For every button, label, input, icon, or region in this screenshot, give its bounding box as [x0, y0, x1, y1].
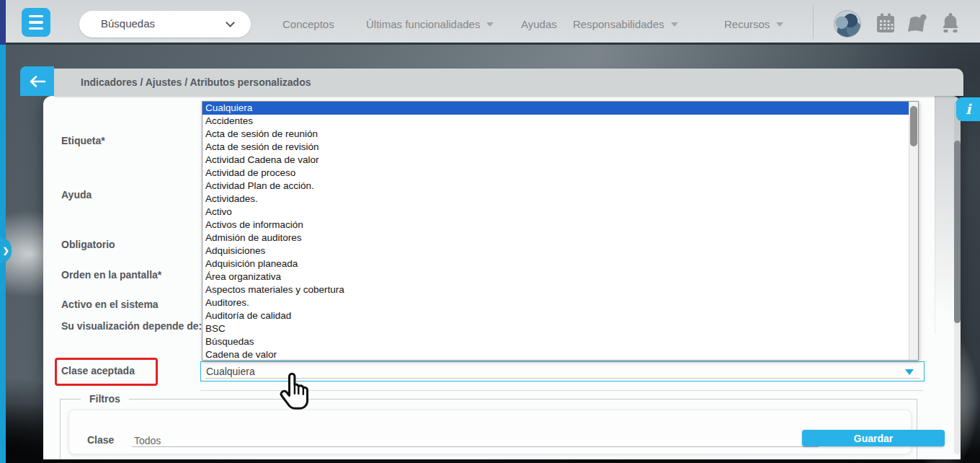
search-dropdown-value: Búsquedas: [101, 17, 155, 30]
page-scrollbar-thumb[interactable]: [954, 141, 961, 323]
navbar-menu-item-label: Recursos: [724, 18, 770, 30]
dropdown-option[interactable]: Aspectos materiales y cobertura: [202, 283, 918, 296]
user-avatar[interactable]: [834, 10, 861, 38]
dropdown-option[interactable]: Adquisición planeada: [202, 257, 918, 270]
dropdown-option[interactable]: Acta de sesión de reunión: [202, 128, 918, 141]
dropdown-option[interactable]: Auditoría de calidad: [202, 309, 918, 322]
clase-filter-underline: [132, 446, 819, 447]
dropdown-option[interactable]: Actividad de proceso: [202, 167, 918, 180]
navbar-divider: [813, 6, 814, 39]
navbar-menu-item[interactable]: Últimas funcionalidades: [366, 18, 494, 30]
form-row-underline: [200, 390, 923, 391]
dropdown-option[interactable]: Adquisiciones: [202, 244, 918, 257]
clase-aceptada-label: Clase aceptada: [61, 365, 135, 376]
dropdown-option[interactable]: Activo: [202, 206, 918, 219]
clase-filter-label: Clase: [87, 434, 114, 446]
chevron-right-icon: ❯: [2, 246, 9, 255]
dropdown-option[interactable]: Cadena de valor: [202, 348, 918, 361]
dropdown-option[interactable]: Actividad Cadena de valor: [202, 154, 918, 167]
dropdown-option[interactable]: BSC: [202, 322, 918, 335]
left-edge-strip-top: [0, 0, 6, 45]
calendar-icon[interactable]: [876, 13, 895, 33]
navbar-menu-item[interactable]: Conceptos: [282, 18, 334, 30]
dropdown-option[interactable]: Actividades.: [202, 193, 918, 206]
expand-panel-tab[interactable]: ❯: [0, 237, 12, 263]
breadcrumb-bar: Indicadores / Ajustes / Atributos person…: [54, 69, 963, 96]
clase-aceptada-select-value: Cualquiera: [206, 366, 255, 377]
navbar-menu-item[interactable]: Responsabilidades: [573, 18, 678, 30]
navbar-menu-item-label: Conceptos: [282, 18, 334, 30]
arrow-left-icon: [29, 75, 46, 88]
chevron-down-icon: [671, 22, 678, 27]
back-button[interactable]: [20, 66, 54, 96]
form-field-label: Activo en el sistema: [61, 299, 159, 310]
app-viewport: Búsquedas Conceptos Últimas funcionalida…: [0, 0, 980, 463]
chevron-down-icon: [226, 18, 235, 27]
navbar-menu-item-label: Responsabilidades: [573, 18, 664, 30]
navbar-menu-item-label: Últimas funcionalidades: [366, 18, 480, 30]
clase-aceptada-select[interactable]: Cualquiera: [200, 361, 925, 382]
form-field-label: Obligatorio: [61, 239, 115, 250]
dropdown-option[interactable]: Activos de información: [202, 219, 918, 232]
top-navbar: Búsquedas Conceptos Últimas funcionalida…: [0, 0, 980, 45]
select-caret-icon: [905, 369, 914, 375]
dropdown-option[interactable]: Accidentes: [202, 115, 918, 128]
menu-icon: [29, 15, 43, 18]
form-field-label: Etiqueta*: [61, 135, 105, 146]
bell-icon[interactable]: [941, 12, 960, 33]
chevron-down-icon: [486, 22, 494, 27]
dropdown-option[interactable]: Cualquiera: [202, 102, 918, 115]
dropdown-option[interactable]: Actividad Plan de acción.: [202, 180, 918, 193]
form-field-label: Su visualización depende de:: [61, 320, 202, 332]
navbar-menu-item[interactable]: Ayudas: [521, 18, 557, 30]
form-field-label: Ayuda: [61, 189, 92, 200]
chevron-down-icon: [776, 22, 783, 27]
save-button[interactable]: Guardar: [802, 430, 945, 446]
info-tab-button[interactable]: i: [956, 97, 980, 121]
filters-legend: Filtros: [81, 393, 129, 405]
navbar-menu-item[interactable]: Recursos: [724, 18, 783, 30]
dropdown-option[interactable]: Admisión de auditores: [202, 232, 918, 244]
class-dropdown-list: Cualquiera Accidentes Acta de sesión de …: [202, 101, 919, 361]
hamburger-menu-button[interactable]: [22, 8, 50, 37]
navbar-menu-item-label: Ayudas: [521, 18, 557, 30]
search-dropdown[interactable]: Búsquedas: [79, 11, 251, 38]
dropdown-option[interactable]: Área organizativa: [202, 270, 918, 283]
clase-filter-select[interactable]: Todos: [134, 435, 161, 446]
filters-panel: Clase Todos: [68, 410, 912, 454]
dropdown-scrollbar-thumb[interactable]: [910, 106, 917, 146]
dropdown-option[interactable]: Auditores.: [202, 296, 918, 309]
book-icon[interactable]: [905, 13, 928, 33]
dropdown-option[interactable]: Acta de sesión de revisión: [202, 141, 918, 154]
info-icon: i: [966, 101, 971, 117]
dropdown-option[interactable]: Búsquedas: [202, 335, 918, 348]
form-field-label: Orden en la pantalla*: [61, 269, 161, 281]
breadcrumb: Indicadores / Ajustes / Atributos person…: [81, 69, 311, 96]
select-underline: [205, 378, 919, 379]
highlight-annotation-box: Clase aceptada: [55, 358, 158, 386]
